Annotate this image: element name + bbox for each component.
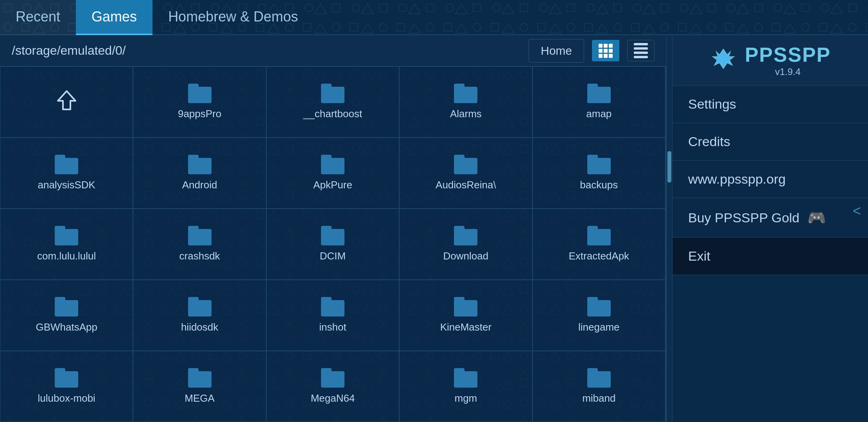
file-cell-megan64[interactable]: MegaN64 xyxy=(266,351,399,422)
file-cell-extractedapk[interactable]: ExtractedApk xyxy=(533,209,665,280)
website-menu-item[interactable]: www.ppsspp.org xyxy=(673,161,868,198)
ppsspp-title: PPSSPP xyxy=(745,43,831,66)
folder-icon xyxy=(587,368,611,388)
file-cell-chartboost[interactable]: __chartboost xyxy=(266,66,399,138)
file-name: analysisSDK xyxy=(38,179,95,191)
folder-icon xyxy=(587,84,611,103)
file-name: backups xyxy=(580,179,618,191)
file-name: MEGA xyxy=(185,392,215,404)
file-name: lulubox-mobi xyxy=(38,392,95,404)
folder-icon xyxy=(55,226,78,245)
folder-icon xyxy=(587,297,611,316)
folder-icon xyxy=(454,84,477,103)
file-cell-kinemaster[interactable]: KineMaster xyxy=(399,280,532,351)
folder-icon xyxy=(55,368,78,388)
file-name: hiidosdk xyxy=(181,321,218,333)
file-cell-gbwhatsapp[interactable]: GBWhatsApp xyxy=(0,280,133,351)
file-name: miband xyxy=(582,392,615,404)
file-cell-alarms[interactable]: Alarms xyxy=(399,66,532,138)
file-name: inshot xyxy=(319,321,346,333)
file-browser: /storage/emulated/0/ Home xyxy=(0,35,666,422)
file-name: crashsdk xyxy=(179,250,220,262)
grid-view-button[interactable] xyxy=(592,40,619,61)
file-name: Android xyxy=(182,179,217,191)
folder-icon xyxy=(454,368,477,388)
file-name: MegaN64 xyxy=(311,392,355,404)
file-grid: 9appsPro__chartboostAlarmsamapanalysisSD… xyxy=(0,66,666,422)
folder-icon xyxy=(321,368,344,388)
home-button[interactable]: Home xyxy=(529,39,584,63)
file-cell-dcim[interactable]: DCIM xyxy=(266,209,399,280)
folder-icon xyxy=(188,368,212,388)
folder-icon xyxy=(321,226,344,245)
file-name: com.lulu.lulul xyxy=(37,250,96,262)
file-cell-audiosreina[interactable]: AudiosReina\ xyxy=(399,138,532,209)
credits-menu-item[interactable]: Credits xyxy=(673,123,868,161)
folder-icon xyxy=(55,297,78,316)
file-cell-miband[interactable]: miband xyxy=(533,351,665,422)
file-cell-android[interactable]: Android xyxy=(133,138,266,209)
folder-icon xyxy=(188,84,212,103)
file-cell-crashsdk[interactable]: crashsdk xyxy=(133,209,266,280)
file-name: ExtractedApk xyxy=(569,250,629,262)
file-cell-backups[interactable]: backups xyxy=(533,138,665,209)
folder-icon xyxy=(454,226,477,245)
folder-icon xyxy=(188,155,212,174)
file-name: Download xyxy=(443,250,489,262)
tab-recent[interactable]: Recent xyxy=(0,0,76,35)
file-name: KineMaster xyxy=(440,321,492,333)
file-cell-apkpure[interactable]: ApkPure xyxy=(266,138,399,209)
up-arrow-icon xyxy=(55,88,78,111)
svg-marker-0 xyxy=(58,91,75,109)
folder-icon xyxy=(188,297,212,316)
file-cell-amap[interactable]: amap xyxy=(533,66,665,138)
ppsspp-title-block: PPSSPP v1.9.4 xyxy=(745,43,831,77)
buy-gold-menu-item[interactable]: Buy PPSSPP Gold 🎮 xyxy=(673,198,868,238)
folder-icon xyxy=(55,155,78,174)
file-name: mgm xyxy=(455,392,477,404)
right-sidebar: PPSSPP v1.9.4 Settings Credits www.ppssp… xyxy=(673,35,868,422)
file-name: DCIM xyxy=(320,250,346,262)
folder-icon xyxy=(321,155,344,174)
collapse-arrow[interactable]: < xyxy=(853,203,861,219)
file-cell-linegame[interactable]: linegame xyxy=(533,280,665,351)
ppsspp-logo-icon xyxy=(710,46,737,74)
ppsspp-header: PPSSPP v1.9.4 xyxy=(673,35,868,86)
folder-icon xyxy=(321,297,344,316)
folder-icon xyxy=(454,155,477,174)
content-area: /storage/emulated/0/ Home xyxy=(0,35,868,422)
file-cell-up[interactable] xyxy=(0,66,133,138)
scroll-thumb[interactable] xyxy=(667,151,671,182)
folder-icon xyxy=(587,226,611,245)
file-name: amap xyxy=(586,108,612,120)
tab-bar: Recent Games Homebrew & Demos xyxy=(0,0,868,35)
file-cell-mega[interactable]: MEGA xyxy=(133,351,266,422)
file-cell-mgm[interactable]: mgm xyxy=(399,351,532,422)
file-cell-lulubox[interactable]: lulubox-mobi xyxy=(0,351,133,422)
list-view-button[interactable] xyxy=(627,40,655,61)
folder-icon xyxy=(454,297,477,316)
tab-games[interactable]: Games xyxy=(76,0,152,35)
file-cell-inshot[interactable]: inshot xyxy=(266,280,399,351)
settings-menu-item[interactable]: Settings xyxy=(673,86,868,123)
folder-icon xyxy=(587,155,611,174)
folder-icon xyxy=(321,84,344,103)
gold-icon: 🎮 xyxy=(807,209,826,226)
path-bar: /storage/emulated/0/ Home xyxy=(0,35,666,66)
file-name: AudiosReina\ xyxy=(436,179,496,191)
exit-menu-item[interactable]: Exit xyxy=(673,238,868,275)
grid-icon xyxy=(599,44,613,58)
current-path: /storage/emulated/0/ xyxy=(12,43,521,58)
file-name: ApkPure xyxy=(313,179,352,191)
scroll-divider xyxy=(666,35,673,422)
file-cell-analysissdk[interactable]: analysisSDK xyxy=(0,138,133,209)
file-cell-download[interactable]: Download xyxy=(399,209,532,280)
file-name: linegame xyxy=(578,321,620,333)
file-cell-hiidosdk[interactable]: hiidosdk xyxy=(133,280,266,351)
file-cell-9appspro[interactable]: 9appsPro xyxy=(133,66,266,138)
tab-homebrew[interactable]: Homebrew & Demos xyxy=(152,0,314,35)
file-cell-comlulu[interactable]: com.lulu.lulul xyxy=(0,209,133,280)
ppsspp-version: v1.9.4 xyxy=(745,66,831,77)
file-name: 9appsPro xyxy=(178,108,221,120)
file-name: GBWhatsApp xyxy=(36,321,97,333)
